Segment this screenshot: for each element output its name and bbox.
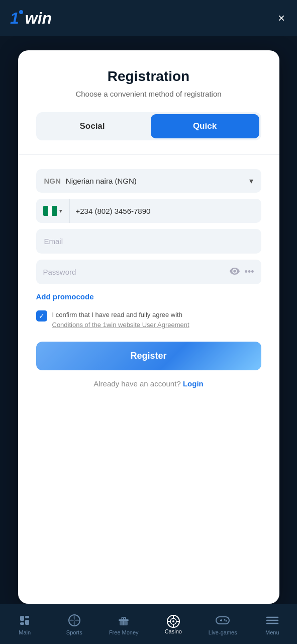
background-content: Registration Choose a convenient method …	[0, 36, 297, 604]
agreement-link[interactable]: Conditions of the 1win website User Agre…	[52, 321, 189, 329]
logo-1: 1	[10, 9, 19, 28]
casino-icon	[166, 614, 180, 628]
register-button[interactable]: Register	[36, 342, 261, 370]
promo-link[interactable]: Add promocode	[36, 292, 261, 301]
agreement-checkbox[interactable]: ✓	[36, 310, 47, 321]
flag-chevron-icon: ▾	[59, 208, 62, 214]
sports-icon	[67, 613, 81, 627]
menu-icon	[265, 613, 279, 627]
svg-rect-15	[216, 617, 229, 624]
password-row: •••	[36, 260, 261, 284]
main-icon	[18, 613, 32, 627]
tab-quick[interactable]: Quick	[151, 114, 259, 138]
nav-item-live-games[interactable]: Live-games	[198, 613, 248, 635]
nav-label-casino: Casino	[165, 628, 182, 634]
nav-label-menu: Menu	[265, 629, 279, 635]
svg-rect-3	[20, 622, 24, 625]
modal-subtitle: Choose a convenient method of registrati…	[36, 90, 261, 98]
nav-item-main[interactable]: Main	[0, 613, 50, 635]
form-fields: NGN Nigerian naira (NGN) ▾ ▾	[36, 169, 261, 284]
currency-select[interactable]: NGN Nigerian naira (NGN) ▾	[36, 169, 261, 193]
login-row: Already have an account? Login	[36, 379, 261, 388]
logo-dot	[19, 10, 23, 14]
tab-row: Social Quick	[36, 112, 261, 140]
nav-item-free-money[interactable]: Free Money	[99, 613, 149, 635]
registration-modal: Registration Choose a convenient method …	[18, 50, 279, 604]
chevron-down-icon: ▾	[249, 176, 253, 186]
country-flag-button[interactable]: ▾	[36, 199, 70, 223]
divider	[18, 154, 279, 155]
logo-win: win	[25, 9, 52, 28]
more-options-icon[interactable]: •••	[245, 267, 254, 277]
checkmark-icon: ✓	[39, 312, 45, 320]
svg-point-19	[226, 620, 227, 621]
login-link[interactable]: Login	[183, 379, 204, 388]
email-input[interactable]	[36, 229, 261, 254]
gift-icon	[117, 613, 131, 627]
nav-label-sports: Sports	[66, 629, 82, 635]
eye-icon[interactable]	[230, 267, 240, 277]
nav-item-menu[interactable]: Menu	[248, 613, 298, 635]
logo: 1win	[10, 9, 52, 28]
agreement-text: I confirm that I have read and fully agr…	[52, 310, 189, 330]
phone-input[interactable]	[70, 200, 261, 222]
nigeria-flag	[43, 206, 57, 216]
agreement-row: ✓ I confirm that I have read and fully a…	[36, 310, 261, 330]
currency-text: Nigerian naira (NGN)	[66, 177, 249, 185]
currency-code: NGN	[44, 177, 61, 185]
svg-rect-0	[20, 616, 24, 621]
password-icons: •••	[230, 267, 254, 277]
nav-label-live-games: Live-games	[209, 629, 237, 635]
bottom-nav: Main Sports Free Money	[0, 604, 297, 644]
tab-social[interactable]: Social	[38, 114, 147, 138]
nav-item-casino[interactable]: Casino	[149, 614, 199, 634]
password-input[interactable]	[43, 260, 230, 284]
nav-item-sports[interactable]: Sports	[50, 613, 100, 635]
phone-row: ▾	[36, 199, 261, 223]
svg-rect-1	[25, 616, 29, 618]
svg-point-10	[172, 620, 174, 622]
svg-point-18	[224, 619, 226, 620]
already-account-text: Already have an account?	[93, 379, 180, 388]
nav-label-main: Main	[19, 629, 31, 635]
modal-wrapper: Registration Choose a convenient method …	[0, 36, 297, 604]
header: 1win ×	[0, 0, 297, 36]
gamepad-icon	[216, 613, 230, 627]
modal-title: Registration	[36, 68, 261, 85]
svg-rect-2	[25, 620, 29, 625]
close-button[interactable]: ×	[276, 9, 287, 27]
nav-label-free-money: Free Money	[109, 629, 139, 635]
